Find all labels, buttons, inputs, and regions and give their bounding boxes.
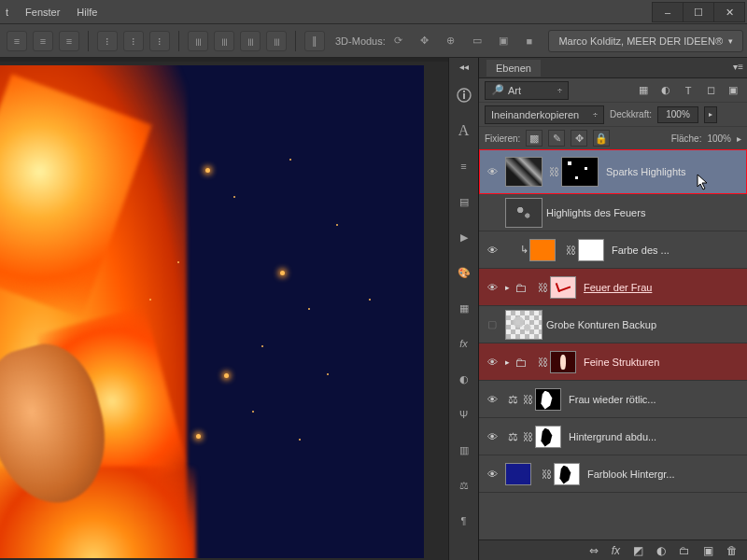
blend-mode-dropdown[interactable]: Ineinanderkopieren ÷ [485,105,604,124]
styles-panel-icon[interactable]: fx [452,331,476,356]
visibility-toggle[interactable]: 👁 [479,245,505,256]
layer-row-highlights-des-feuers[interactable]: Highlights des Feuers [479,194,747,231]
canvas-area[interactable] [0,58,448,560]
channels-panel-icon[interactable]: ▥ [452,438,476,462]
lock-all-icon[interactable]: 🔒 [593,130,610,147]
scale3d-icon[interactable]: ▣ [493,31,514,51]
layer-mask-thumbnail[interactable] [535,388,561,411]
layer-row-sparks-highlights[interactable]: 👁 ⛓ Sparks Highlights [479,149,747,194]
lock-position-icon[interactable]: ✥ [571,130,587,147]
fill-input[interactable]: 100% [707,133,731,144]
history-panel-icon[interactable]: ▤ [452,189,476,214]
mask-link-icon[interactable]: ⛓ [537,282,548,293]
info-panel-icon[interactable] [452,83,476,107]
layer-thumbnail[interactable] [505,198,543,228]
filter-type-icon[interactable]: T [680,82,697,99]
layer-fx-button[interactable]: fx [612,544,620,557]
window-close-button[interactable]: ✕ [713,2,745,22]
paths-panel-icon[interactable]: Ψ [452,402,476,427]
layer-name[interactable]: Farbe des ... [612,245,747,256]
group-mask-thumbnail[interactable] [550,276,576,299]
layer-thumbnail[interactable] [505,310,543,340]
layer-name[interactable]: Feine Strukturen [584,357,747,368]
lock-pixels-icon[interactable]: ✎ [548,130,565,147]
delete-layer-button[interactable]: 🗑 [726,544,738,557]
fill-thumbnail[interactable] [529,239,556,261]
mask-link-icon[interactable]: ⛓ [565,245,576,256]
visibility-toggle[interactable]: 👁 [479,282,505,293]
layer-name[interactable]: Hintergrund abdu... [569,431,747,442]
swatches-panel-icon[interactable]: ▦ [452,296,476,320]
layer-name[interactable]: Grobe Konturen Backup [546,319,747,330]
visibility-toggle[interactable]: 👁 [479,357,505,368]
add-mask-button[interactable]: ◩ [633,544,643,557]
move-icon[interactable]: ⊕ [441,31,461,51]
camera-icon[interactable]: ■ [519,31,540,51]
align-left-icon[interactable]: ≡ [7,31,27,51]
mask-link-icon[interactable]: ⛓ [537,357,548,368]
menu-item-t[interactable]: t [6,0,8,23]
group-disclosure-icon[interactable]: ▸ [505,283,514,292]
expand-panels-button[interactable]: ◂◂ [459,62,469,72]
character-panel-icon[interactable]: A [452,119,476,143]
window-maximize-button[interactable]: ☐ [683,2,714,22]
para2-panel-icon[interactable]: ¶ [452,509,476,533]
layer-row-farblook-hintergrund[interactable]: 👁 ⛓ Farblook Hintergr... [479,455,747,493]
fill-thumbnail[interactable] [505,463,531,485]
zoom3d-icon[interactable]: ▭ [467,31,487,51]
layer-name[interactable]: Feuer der Frau [584,282,747,293]
distribute-h1-icon[interactable]: ⫼ [188,31,208,51]
mask-link-icon[interactable]: ⛓ [541,469,552,480]
mask-link-icon[interactable]: ⛓ [522,431,533,442]
measure-panel-icon[interactable]: ⚖ [452,473,476,497]
layers-tab[interactable]: Ebenen [486,60,541,77]
navigator-panel-icon[interactable]: ▶ [452,225,476,249]
new-group-button[interactable]: 🗀 [679,544,690,557]
layer-mask-thumbnail[interactable] [561,157,599,187]
group-mask-thumbnail[interactable] [550,351,576,373]
layer-mask-thumbnail[interactable] [578,239,604,261]
adjustments-panel-icon[interactable]: ◐ [452,367,476,391]
filter-shape-icon[interactable]: ◻ [702,82,719,99]
panel-menu-button[interactable]: ▾≡ [733,62,743,72]
mask-link-icon[interactable]: ⛓ [548,166,559,177]
layer-name[interactable]: Sparks Highlights [606,166,747,177]
distribute-top-icon[interactable]: ⫶ [97,31,118,51]
layer-group-feuer-der-frau[interactable]: 👁 ▸ 🗀 ⛓ Feuer der Frau [479,269,747,306]
distribute-h2-icon[interactable]: ⫼ [214,31,234,51]
layer-name[interactable]: Highlights des Feuers [546,207,747,218]
lock-transparent-icon[interactable]: ▩ [526,130,543,147]
distribute-mid-icon[interactable]: ⫶ [123,31,144,51]
pan-icon[interactable]: ✥ [415,31,435,51]
color-panel-icon[interactable]: 🎨 [452,260,476,285]
visibility-toggle[interactable]: 👁 [479,431,505,442]
user-profile-button[interactable]: Marco Kolditz, MEER DER IDEEN® ▾ [548,30,743,52]
filter-pixel-icon[interactable]: ▦ [635,82,652,99]
opacity-slider-button[interactable]: ▸ [704,106,717,123]
visibility-toggle[interactable]: 👁 [479,166,505,177]
layer-row-hintergrund-abdunkeln[interactable]: 👁 ⚖ ⛓ Hintergrund abdu... [479,418,747,455]
filter-smart-icon[interactable]: ▣ [725,82,741,99]
align-right-icon[interactable]: ≡ [59,31,79,51]
layer-mask-thumbnail[interactable] [535,426,561,448]
distribute-h4-icon[interactable]: ⫼ [266,31,287,51]
fill-slider-button[interactable]: ▸ [737,133,741,144]
new-adjustment-button[interactable]: ◐ [656,544,666,557]
mask-link-icon[interactable]: ⛓ [522,394,533,405]
align-center-icon[interactable]: ≡ [33,31,53,51]
orbit-icon[interactable]: ⟳ [388,31,409,51]
layer-filter-type-dropdown[interactable]: 🔎 Art ÷ [485,81,569,100]
menu-item-fenster[interactable]: Fenster [25,0,60,23]
document-canvas[interactable] [0,65,424,558]
link-layers-button[interactable]: ⇔ [589,544,599,557]
layer-name[interactable]: Farblook Hintergr... [587,469,747,480]
distribute-bot-icon[interactable]: ⫶ [149,31,170,51]
spacing-icon[interactable]: ‖ [304,31,325,51]
opacity-input[interactable]: 100% [657,106,698,123]
visibility-toggle[interactable]: 👁 [479,394,505,405]
layer-row-grobe-konturen-backup[interactable]: ▢ Grobe Konturen Backup [479,306,747,343]
distribute-h3-icon[interactable]: ⫼ [240,31,261,51]
layer-name[interactable]: Frau wieder rötlic... [569,394,747,405]
layer-row-farbe-des[interactable]: 👁 ↳ ⛓ Farbe des ... [479,231,747,269]
visibility-toggle[interactable]: ▢ [479,318,505,330]
